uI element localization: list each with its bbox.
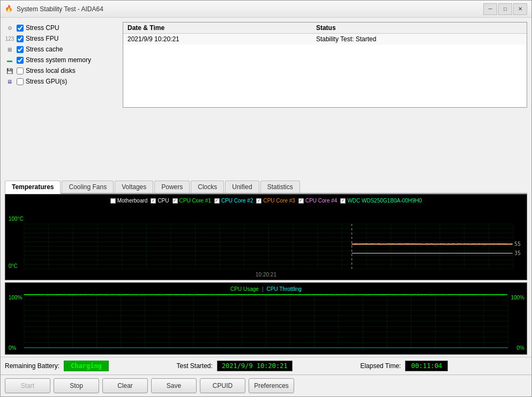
cpu-usage-chart: CPU Usage | CPU Throttling 100% 0% 100% … [5, 282, 527, 355]
main-window: 🔥 System Stability Test - AIDA64 ─ □ ✕ ⚙… [0, 0, 532, 397]
legend-cpu-core4-label: CPU Core #4 [305, 198, 337, 204]
cpu-usage-canvas [5, 283, 527, 354]
log-table: Date & Time Status 2021/9/9 10:20:21 Sta… [123, 22, 527, 108]
close-button[interactable]: ✕ [513, 3, 527, 15]
button-bar: Start Stop Clear Save CPUID Preferences [1, 374, 531, 396]
test-started-label: Test Started: [177, 362, 213, 370]
stress-disks-label: Stress local disks [26, 67, 76, 74]
tab-cooling-fans[interactable]: Cooling Fans [62, 181, 114, 193]
legend-wdc-label: WDC WDS250G1B0A-00H9H0 [347, 198, 422, 204]
window-controls: ─ □ ✕ [483, 3, 527, 15]
stress-fpu-label: Stress FPU [26, 35, 58, 42]
tab-temperatures[interactable]: Temperatures [5, 181, 61, 194]
stress-memory-label: Stress system memory [26, 56, 91, 64]
cpu-core3-checkbox[interactable]: ✓ [256, 198, 261, 204]
legend-cpu-throttling: CPU Throttling [267, 286, 302, 292]
legend-separator: | [262, 286, 264, 292]
app-icon: 🔥 [5, 5, 13, 13]
tab-bar: Temperatures Cooling Fans Voltages Power… [5, 181, 527, 194]
memory-icon: ▬ [5, 56, 14, 64]
fpu-icon: 123 [5, 35, 14, 42]
maximize-button[interactable]: □ [498, 3, 512, 15]
clear-button[interactable]: Clear [102, 378, 148, 393]
cpu-icon: ⚙ [5, 24, 14, 32]
temp-y-max: 100°C [9, 216, 24, 222]
cpu-core2-checkbox[interactable]: ✓ [214, 198, 220, 204]
motherboard-checkbox[interactable] [110, 198, 116, 204]
stress-fpu-item: 123 Stress FPU [5, 34, 114, 43]
legend-motherboard-label: Motherboard [117, 198, 148, 204]
stress-cache-label: Stress cache [26, 46, 63, 53]
stress-cache-checkbox[interactable] [17, 46, 24, 53]
legend-cpu-core2-label: CPU Core #2 [221, 198, 253, 204]
log-header-datetime: Date & Time [123, 23, 312, 34]
legend-cpu-usage: CPU Usage [230, 286, 259, 292]
log-status: Stability Test: Started [312, 34, 527, 45]
disks-icon: 💾 [5, 67, 14, 74]
stress-memory-checkbox[interactable] [17, 57, 24, 64]
stress-disks-item: 💾 Stress local disks [5, 66, 114, 76]
titlebar: 🔥 System Stability Test - AIDA64 ─ □ ✕ [1, 1, 531, 18]
stress-fpu-checkbox[interactable] [17, 35, 24, 42]
log-datetime: 2021/9/9 10:20:21 [123, 34, 312, 45]
temperature-chart: Motherboard ✓ CPU ✓ CPU Core #1 ✓ CPU Co… [5, 194, 527, 280]
legend-wdc[interactable]: ✓ WDC WDS250G1B0A-00H9H0 [340, 198, 422, 204]
minimize-button[interactable]: ─ [483, 3, 497, 15]
log-panel: Date & Time Status 2021/9/9 10:20:21 Sta… [118, 18, 531, 178]
tab-statistics[interactable]: Statistics [260, 181, 300, 193]
stress-cache-item: ⊞ Stress cache [5, 44, 114, 54]
battery-label: Remaining Battery: [5, 362, 59, 370]
status-bar: Remaining Battery: Charging Test Started… [1, 357, 531, 374]
wdc-checkbox[interactable]: ✓ [340, 198, 346, 204]
stress-gpu-checkbox[interactable] [17, 78, 24, 85]
cpu-y-min-left: 0% [9, 345, 16, 351]
stress-cpu-item: ⚙ Stress CPU [5, 23, 114, 33]
log-header-status: Status [312, 23, 527, 34]
test-started-value: 2021/9/9 10:20:21 [217, 361, 293, 371]
stress-cpu-label: Stress CPU [26, 24, 59, 32]
charts-area: Motherboard ✓ CPU ✓ CPU Core #1 ✓ CPU Co… [1, 194, 531, 357]
cpu-y-min-right: 0% [517, 345, 524, 351]
gpu-icon: 🖥 [5, 78, 14, 85]
elapsed-label: Elapsed Time: [360, 362, 401, 370]
temperature-legend: Motherboard ✓ CPU ✓ CPU Core #1 ✓ CPU Co… [5, 197, 527, 205]
stress-memory-item: ▬ Stress system memory [5, 55, 114, 65]
legend-cpu[interactable]: ✓ CPU [151, 198, 169, 204]
log-row: 2021/9/9 10:20:21 Stability Test: Starte… [123, 34, 527, 45]
legend-cpu-core4[interactable]: ✓ CPU Core #4 [298, 198, 337, 204]
legend-cpu-usage-label: CPU Usage [230, 286, 259, 292]
window-title: System Stability Test - AIDA64 [17, 5, 483, 13]
cpu-core1-checkbox[interactable]: ✓ [173, 198, 178, 204]
save-button[interactable]: Save [151, 378, 197, 393]
tab-clocks[interactable]: Clocks [191, 181, 224, 193]
legend-cpu-core2[interactable]: ✓ CPU Core #2 [214, 198, 253, 204]
legend-cpu-core1[interactable]: ✓ CPU Core #1 [173, 198, 211, 204]
cpuid-button[interactable]: CPUID [200, 378, 245, 393]
preferences-button[interactable]: Preferences [249, 378, 294, 393]
stress-gpu-item: 🖥 Stress GPU(s) [5, 77, 114, 86]
legend-cpu-core3[interactable]: ✓ CPU Core #3 [256, 198, 295, 204]
stress-options-panel: ⚙ Stress CPU 123 Stress FPU ⊞ Stress cac… [1, 18, 118, 178]
stop-button[interactable]: Stop [54, 378, 99, 393]
stress-cpu-checkbox[interactable] [17, 25, 24, 32]
elapsed-value: 00:11:04 [405, 361, 448, 371]
legend-cpu-core3-label: CPU Core #3 [263, 198, 295, 204]
content-area: ⚙ Stress CPU 123 Stress FPU ⊞ Stress cac… [1, 18, 531, 178]
tab-powers[interactable]: Powers [154, 181, 190, 193]
stress-gpu-label: Stress GPU(s) [26, 78, 67, 85]
cpu-y-max-left: 100% [9, 295, 23, 301]
cache-icon: ⊞ [5, 46, 14, 53]
battery-value: Charging [64, 361, 109, 371]
legend-cpu-core1-label: CPU Core #1 [179, 198, 211, 204]
stress-disks-checkbox[interactable] [17, 68, 24, 74]
temp-x-label: 10:20:21 [256, 272, 276, 278]
cpu-checkbox[interactable]: ✓ [151, 198, 156, 204]
cpu-y-max-right: 100% [511, 295, 524, 301]
tab-unified[interactable]: Unified [225, 181, 259, 193]
cpu-core4-checkbox[interactable]: ✓ [298, 198, 304, 204]
tab-voltages[interactable]: Voltages [115, 181, 153, 193]
start-button[interactable]: Start [5, 378, 50, 393]
tabs-area: Temperatures Cooling Fans Voltages Power… [1, 181, 531, 194]
temperature-canvas [5, 194, 527, 280]
legend-motherboard[interactable]: Motherboard [110, 198, 148, 204]
